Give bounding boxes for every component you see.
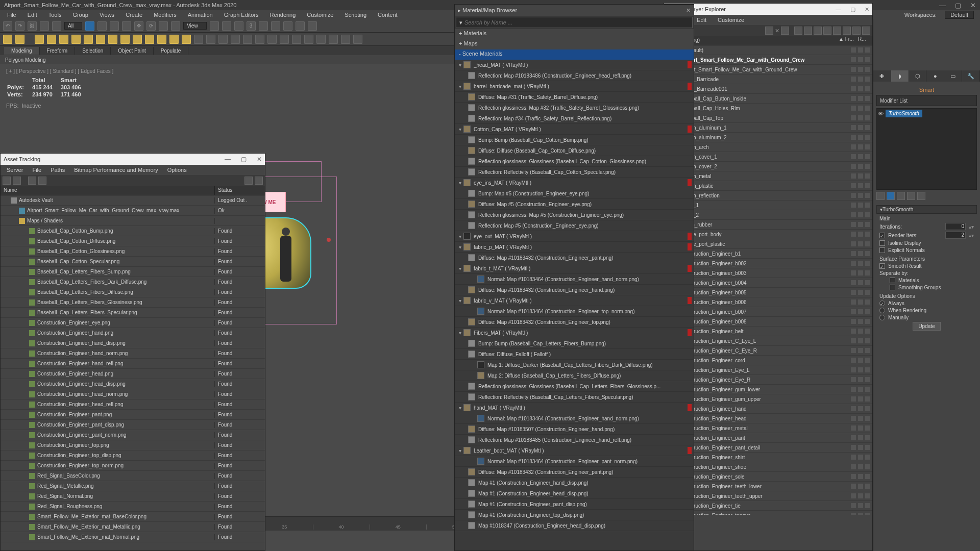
asset-list[interactable]: Autodesk VaultLogged Out .Airport_Smart_… xyxy=(1,195,265,550)
angle-snap-icon[interactable] xyxy=(259,21,268,31)
remove-mod-icon[interactable] xyxy=(907,192,915,200)
asset-close-icon[interactable]: ✕ xyxy=(257,156,262,163)
menu-edit[interactable]: Edit xyxy=(22,11,42,18)
layer-row[interactable]: ▸Airport_Smart_Follow_Me_Car_with_Ground… xyxy=(664,55,872,65)
light7-icon[interactable] xyxy=(108,35,117,44)
mat-row[interactable]: ▾eye_ins_MAT ( VRayMtl ) xyxy=(455,178,694,188)
render13-icon[interactable] xyxy=(341,35,350,44)
layer-menu-item[interactable]: Edit xyxy=(692,16,712,23)
menu-modifiers[interactable]: Modifiers xyxy=(149,11,182,18)
asset-row[interactable]: Autodesk VaultLogged Out . xyxy=(1,195,265,206)
layer-t7-icon[interactable] xyxy=(833,27,841,35)
render6-icon[interactable] xyxy=(255,35,264,44)
mat-row[interactable]: Reflection: Map #5 (Construction_Enginee… xyxy=(455,220,694,231)
render3-icon[interactable] xyxy=(218,35,228,44)
layer-t10-icon[interactable] xyxy=(862,27,870,35)
layer-row[interactable]: ▸Airport_Smart_Follow_Me_Car_with_Ground… xyxy=(664,65,872,74)
asset-menu-item[interactable]: Bitmap Performance and Memory xyxy=(70,166,162,173)
ribbon-tab-freeform[interactable]: Freeform xyxy=(40,47,76,55)
menu-animation[interactable]: Animation xyxy=(183,11,218,18)
render7-icon[interactable] xyxy=(267,35,277,44)
asset-row[interactable]: Construction_Engineer_head_refl.pngFound xyxy=(1,399,265,410)
layer-row[interactable]: ▸bottom_arch xyxy=(664,142,872,152)
layer-row[interactable]: ▸Construction_Engineer_Eye_L xyxy=(664,365,872,375)
layer-row[interactable]: ▸Construction_Engineer_b003 xyxy=(664,268,872,278)
layer-list[interactable]: ▾0 (default)▸Airport_Smart_Follow_Me_Car… xyxy=(664,45,872,515)
scale-icon[interactable] xyxy=(159,21,168,31)
minimize-icon[interactable]: — xyxy=(939,2,946,9)
asset-row[interactable]: Smart_Follow_Me_Exterior_mat_BaseColor.p… xyxy=(1,512,265,522)
ribbon-tab-selection[interactable]: Selection xyxy=(75,47,111,55)
percent-snap-icon[interactable] xyxy=(271,21,280,31)
light13-icon[interactable] xyxy=(182,35,191,44)
asset-row[interactable]: Baseball_Cap_Letters_Fibers_Dark_Diffuse… xyxy=(1,277,265,287)
redo-icon[interactable]: ↷ xyxy=(15,21,24,31)
show-end-icon[interactable] xyxy=(887,192,895,200)
mat-row[interactable]: Bump: Bump (Baseball_Cap_Cotton_Bump.png… xyxy=(455,135,694,145)
layer-row[interactable]: ▸bottom_cover_1 xyxy=(664,152,872,162)
mat-cat-materials[interactable]: + Materials xyxy=(455,29,694,39)
config-icon[interactable] xyxy=(917,192,925,200)
mat-row[interactable]: ▾Fibers_MAT ( VRayMtl ) xyxy=(455,328,694,338)
unlink-icon[interactable] xyxy=(40,21,49,31)
modify-tab[interactable]: ◗ xyxy=(891,70,909,82)
asset-row[interactable]: Maps / Shaders xyxy=(1,216,265,226)
layer-row[interactable]: ▸Construction_Engineer_gum_lower xyxy=(664,385,872,394)
rollout-turbosmooth[interactable]: ▾ TurboSmooth xyxy=(876,205,977,214)
asset-row[interactable]: Construction_Engineer_pant.pngFound xyxy=(1,410,265,420)
mat-row[interactable]: ▾fabric_t_MAT ( VRayMtl ) xyxy=(455,263,694,274)
mat-titlebar[interactable]: ▸ Material/Map Browser ✕ xyxy=(455,5,694,16)
asset-menu-item[interactable]: Paths xyxy=(46,166,69,173)
mat-row[interactable]: Normal: Map #10183464 (Construction_Engi… xyxy=(455,456,694,467)
menu-customize[interactable]: Customize xyxy=(302,11,338,18)
mat-list[interactable]: ▾_head_MAT ( VRayMtl )Reflection: Map #1… xyxy=(455,60,694,549)
asset-row[interactable]: Baseball_Cap_Letters_Fibers_Glossiness.p… xyxy=(1,297,265,308)
pivot-icon[interactable] xyxy=(210,21,219,31)
asset-row[interactable]: Baseball_Cap_Cotton_Diffuse.pngFound xyxy=(1,236,265,246)
layer-row[interactable]: ▸charge_port_plastic xyxy=(664,239,872,249)
move-icon[interactable]: ✥ xyxy=(134,21,143,31)
light3-icon[interactable] xyxy=(59,35,68,44)
undo-icon[interactable]: ↶ xyxy=(3,21,12,31)
asset-row[interactable]: Red_Signal_Metallic.pngFound xyxy=(1,481,265,491)
layer-row[interactable]: ▸bottom_metal xyxy=(664,171,872,181)
bind-icon[interactable] xyxy=(52,21,61,31)
mat-row[interactable]: Map #1 (Construction_Engineer_hand_disp.… xyxy=(455,478,694,488)
mat-row[interactable]: ▾barrel_barricade_mat ( VRayMtl ) xyxy=(455,81,694,92)
layer-row[interactable]: ▸bottom_aluminum_1 xyxy=(664,123,872,133)
asset-col-status[interactable]: Status xyxy=(215,186,265,195)
render-iters-check[interactable] xyxy=(879,233,885,238)
menu-rendering[interactable]: Rendering xyxy=(265,11,301,18)
link-icon[interactable]: ⛓ xyxy=(28,21,37,31)
placement-icon[interactable] xyxy=(171,21,180,31)
teapot-icon[interactable] xyxy=(15,35,24,44)
manipulate-icon[interactable] xyxy=(222,21,231,31)
render5-icon[interactable] xyxy=(243,35,252,44)
layer-t2-icon[interactable] xyxy=(781,27,789,35)
light12-icon[interactable] xyxy=(169,35,179,44)
mat-row[interactable]: Reflection glossiness: Map #5 (Construct… xyxy=(455,210,694,220)
layer-row[interactable]: ▸Barrel_Barricade xyxy=(664,74,872,84)
layer-t6-icon[interactable] xyxy=(823,27,831,35)
mat-search[interactable]: ▾ xyxy=(456,17,693,28)
keymode-icon[interactable] xyxy=(234,21,243,31)
render8-icon[interactable] xyxy=(280,35,289,44)
mat-row[interactable]: Reflection: Reflectivity (Baseball_Cap_C… xyxy=(455,167,694,178)
isoline-check[interactable] xyxy=(879,240,885,246)
mat-row[interactable]: Diffuse: Map #31 (Traffic_Safety_Barrel_… xyxy=(455,92,694,103)
create-tab[interactable]: ✚ xyxy=(873,70,891,82)
mat-row[interactable]: ▾fabric_v_MAT ( VRayMtl ) xyxy=(455,295,694,306)
layer-row[interactable]: ▸Construction_Engineer_pant xyxy=(664,433,872,443)
mat-row[interactable]: Reflection glossiness: Glossiness (Baseb… xyxy=(455,381,694,392)
manually-radio[interactable] xyxy=(879,315,885,320)
rotate-icon[interactable]: ⟳ xyxy=(146,21,156,31)
menu-group[interactable]: Group xyxy=(67,11,93,18)
asset-row[interactable]: Baseball_Cap_Letters_Fibers_Specular.png… xyxy=(1,308,265,318)
update-button[interactable]: Update xyxy=(913,322,940,331)
ribbon-tab-object paint[interactable]: Object Paint xyxy=(111,47,153,55)
layer-row[interactable]: ▸Construction_Engineer_tongue xyxy=(664,511,872,515)
select-name-icon[interactable] xyxy=(97,21,107,31)
viewport-label[interactable]: [ + ] [ Perspective ] [ Standard ] [ Edg… xyxy=(6,68,335,74)
render9-icon[interactable] xyxy=(292,35,301,44)
workspace-dropdown[interactable]: Default xyxy=(945,11,974,19)
